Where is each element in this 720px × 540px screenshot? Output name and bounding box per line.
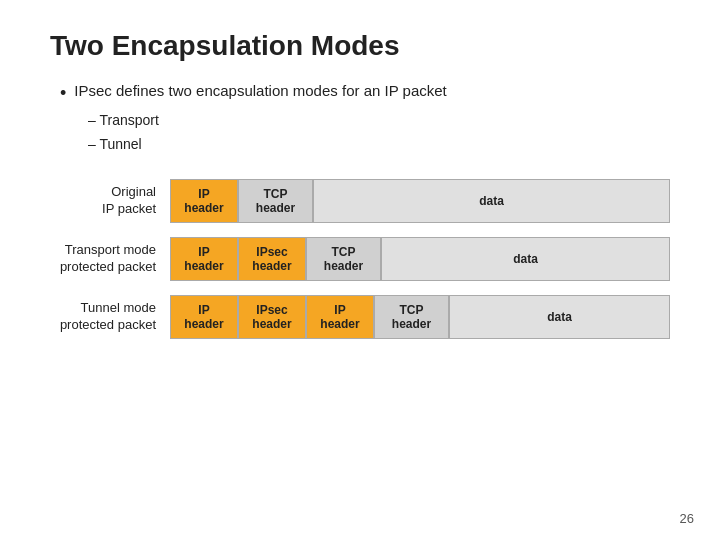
- page-number: 26: [680, 511, 694, 526]
- cell-tcp-original: TCP header: [238, 179, 313, 223]
- cell-data-tunnel: data: [449, 295, 670, 339]
- cell-ip-transport: IP header: [170, 237, 238, 281]
- slide: Two Encapsulation Modes • IPsec defines …: [0, 0, 720, 540]
- sub-bullet-tunnel: Tunnel: [88, 133, 670, 157]
- sub-bullet-transport: Transport: [88, 109, 670, 133]
- diagram-label-tunnel: Tunnel mode protected packet: [50, 300, 170, 334]
- cell-data-transport: data: [381, 237, 670, 281]
- bullet-list: • IPsec defines two encapsulation modes …: [60, 82, 670, 157]
- diagram-row-original: Original IP packet IP header TCP header …: [50, 179, 670, 223]
- diagram-row-tunnel: Tunnel mode protected packet IP header I…: [50, 295, 670, 339]
- slide-title: Two Encapsulation Modes: [50, 30, 670, 62]
- packet-tunnel: IP header IPsec header IP header TCP hea…: [170, 295, 670, 339]
- cell-data-original: data: [313, 179, 670, 223]
- cell-ip-tunnel: IP header: [170, 295, 238, 339]
- bullet-main: • IPsec defines two encapsulation modes …: [60, 82, 670, 105]
- packet-original: IP header TCP header data: [170, 179, 670, 223]
- cell-ipsec-transport: IPsec header: [238, 237, 306, 281]
- diagram-label-original: Original IP packet: [50, 184, 170, 218]
- cell-tcp-transport: TCP header: [306, 237, 381, 281]
- cell-ip-original: IP header: [170, 179, 238, 223]
- bullet-dot: •: [60, 82, 66, 105]
- cell-tcp-tunnel: TCP header: [374, 295, 449, 339]
- diagram-label-transport: Transport mode protected packet: [50, 242, 170, 276]
- diagrams: Original IP packet IP header TCP header …: [50, 179, 670, 339]
- cell-ipsec-tunnel: IPsec header: [238, 295, 306, 339]
- sub-bullets: Transport Tunnel: [88, 109, 670, 157]
- diagram-row-transport: Transport mode protected packet IP heade…: [50, 237, 670, 281]
- cell-ip2-tunnel: IP header: [306, 295, 374, 339]
- packet-transport: IP header IPsec header TCP header data: [170, 237, 670, 281]
- bullet-main-text: IPsec defines two encapsulation modes fo…: [74, 82, 446, 99]
